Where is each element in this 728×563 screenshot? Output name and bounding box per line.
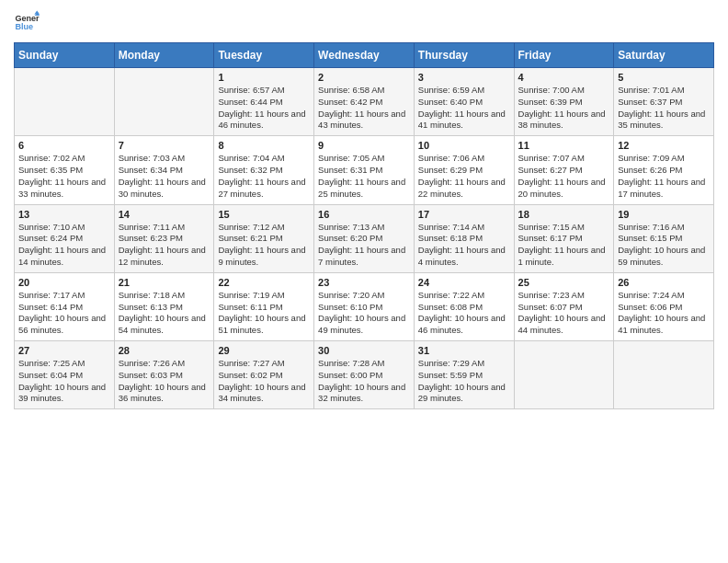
calendar-cell: 27Sunrise: 7:25 AMSunset: 6:04 PMDayligh… <box>15 341 115 409</box>
calendar-header-saturday: Saturday <box>614 43 714 68</box>
calendar-cell: 26Sunrise: 7:24 AMSunset: 6:06 PMDayligh… <box>614 272 714 340</box>
day-number: 15 <box>218 209 310 220</box>
day-info: Sunrise: 7:26 AMSunset: 6:03 PMDaylight:… <box>119 358 210 405</box>
day-info: Sunrise: 7:15 AMSunset: 6:17 PMDaylight:… <box>518 222 610 269</box>
day-info: Sunrise: 7:20 AMSunset: 6:10 PMDaylight:… <box>318 290 410 337</box>
day-info: Sunrise: 7:01 AMSunset: 6:37 PMDaylight:… <box>618 85 710 132</box>
calendar-cell <box>114 68 214 136</box>
calendar-cell: 18Sunrise: 7:15 AMSunset: 6:17 PMDayligh… <box>514 204 614 272</box>
day-number: 6 <box>18 140 110 151</box>
calendar-header-thursday: Thursday <box>414 43 514 68</box>
day-number: 14 <box>119 209 210 220</box>
day-number: 13 <box>18 209 110 220</box>
day-info: Sunrise: 7:25 AMSunset: 6:04 PMDaylight:… <box>18 358 110 405</box>
calendar-cell: 7Sunrise: 7:03 AMSunset: 6:34 PMDaylight… <box>114 136 214 204</box>
day-number: 27 <box>18 345 110 356</box>
day-number: 12 <box>618 140 710 151</box>
calendar-cell: 10Sunrise: 7:06 AMSunset: 6:29 PMDayligh… <box>414 136 514 204</box>
header: General Blue <box>14 9 714 35</box>
day-number: 8 <box>218 140 310 151</box>
day-info: Sunrise: 7:02 AMSunset: 6:35 PMDaylight:… <box>18 153 110 200</box>
day-number: 30 <box>318 345 410 356</box>
calendar-cell: 23Sunrise: 7:20 AMSunset: 6:10 PMDayligh… <box>314 272 415 340</box>
day-number: 9 <box>318 140 410 151</box>
day-number: 28 <box>119 345 210 356</box>
calendar-body: 1Sunrise: 6:57 AMSunset: 6:44 PMDaylight… <box>15 68 714 409</box>
calendar-cell: 3Sunrise: 6:59 AMSunset: 6:40 PMDaylight… <box>414 68 514 136</box>
day-number: 16 <box>318 209 410 220</box>
day-info: Sunrise: 7:28 AMSunset: 6:00 PMDaylight:… <box>318 358 410 405</box>
day-info: Sunrise: 7:13 AMSunset: 6:20 PMDaylight:… <box>318 222 410 269</box>
calendar-cell: 22Sunrise: 7:19 AMSunset: 6:11 PMDayligh… <box>214 272 314 340</box>
day-info: Sunrise: 7:14 AMSunset: 6:18 PMDaylight:… <box>418 222 510 269</box>
calendar-cell: 6Sunrise: 7:02 AMSunset: 6:35 PMDaylight… <box>15 136 115 204</box>
day-number: 18 <box>518 209 610 220</box>
calendar-cell: 2Sunrise: 6:58 AMSunset: 6:42 PMDaylight… <box>314 68 415 136</box>
calendar-cell: 1Sunrise: 6:57 AMSunset: 6:44 PMDaylight… <box>214 68 314 136</box>
day-info: Sunrise: 7:10 AMSunset: 6:24 PMDaylight:… <box>18 222 110 269</box>
day-info: Sunrise: 7:22 AMSunset: 6:08 PMDaylight:… <box>418 290 510 337</box>
day-number: 19 <box>618 209 710 220</box>
calendar-week-1: 1Sunrise: 6:57 AMSunset: 6:44 PMDaylight… <box>15 68 714 136</box>
day-info: Sunrise: 7:05 AMSunset: 6:31 PMDaylight:… <box>318 153 410 200</box>
day-info: Sunrise: 7:23 AMSunset: 6:07 PMDaylight:… <box>518 290 610 337</box>
calendar-header-monday: Monday <box>114 43 214 68</box>
day-number: 25 <box>518 277 610 288</box>
calendar-cell: 25Sunrise: 7:23 AMSunset: 6:07 PMDayligh… <box>514 272 614 340</box>
calendar-cell: 5Sunrise: 7:01 AMSunset: 6:37 PMDaylight… <box>614 68 714 136</box>
calendar-week-3: 13Sunrise: 7:10 AMSunset: 6:24 PMDayligh… <box>15 204 714 272</box>
day-info: Sunrise: 7:07 AMSunset: 6:27 PMDaylight:… <box>518 153 610 200</box>
day-number: 3 <box>418 72 510 83</box>
day-info: Sunrise: 7:12 AMSunset: 6:21 PMDaylight:… <box>218 222 310 269</box>
day-info: Sunrise: 7:29 AMSunset: 5:59 PMDaylight:… <box>418 358 510 405</box>
calendar-cell: 12Sunrise: 7:09 AMSunset: 6:26 PMDayligh… <box>614 136 714 204</box>
calendar-cell: 24Sunrise: 7:22 AMSunset: 6:08 PMDayligh… <box>414 272 514 340</box>
day-info: Sunrise: 6:59 AMSunset: 6:40 PMDaylight:… <box>418 85 510 132</box>
day-info: Sunrise: 7:11 AMSunset: 6:23 PMDaylight:… <box>119 222 210 269</box>
calendar-header-tuesday: Tuesday <box>214 43 314 68</box>
calendar-cell: 21Sunrise: 7:18 AMSunset: 6:13 PMDayligh… <box>114 272 214 340</box>
svg-text:Blue: Blue <box>15 22 33 31</box>
calendar-cell: 8Sunrise: 7:04 AMSunset: 6:32 PMDaylight… <box>214 136 314 204</box>
day-info: Sunrise: 7:16 AMSunset: 6:15 PMDaylight:… <box>618 222 710 269</box>
day-number: 1 <box>218 72 310 83</box>
day-number: 24 <box>418 277 510 288</box>
calendar-cell <box>15 68 115 136</box>
day-info: Sunrise: 6:57 AMSunset: 6:44 PMDaylight:… <box>218 85 310 132</box>
day-number: 29 <box>218 345 310 356</box>
day-info: Sunrise: 7:03 AMSunset: 6:34 PMDaylight:… <box>119 153 210 200</box>
calendar-cell: 31Sunrise: 7:29 AMSunset: 5:59 PMDayligh… <box>414 341 514 409</box>
calendar-cell: 14Sunrise: 7:11 AMSunset: 6:23 PMDayligh… <box>114 204 214 272</box>
calendar-week-4: 20Sunrise: 7:17 AMSunset: 6:14 PMDayligh… <box>15 272 714 340</box>
day-number: 31 <box>418 345 510 356</box>
calendar-week-2: 6Sunrise: 7:02 AMSunset: 6:35 PMDaylight… <box>15 136 714 204</box>
calendar-cell: 19Sunrise: 7:16 AMSunset: 6:15 PMDayligh… <box>614 204 714 272</box>
day-number: 26 <box>618 277 710 288</box>
calendar-header-wednesday: Wednesday <box>314 43 415 68</box>
day-number: 4 <box>518 72 610 83</box>
day-number: 22 <box>218 277 310 288</box>
calendar-week-5: 27Sunrise: 7:25 AMSunset: 6:04 PMDayligh… <box>15 341 714 409</box>
calendar-cell <box>614 341 714 409</box>
calendar-cell: 13Sunrise: 7:10 AMSunset: 6:24 PMDayligh… <box>15 204 115 272</box>
day-number: 23 <box>318 277 410 288</box>
logo: General Blue <box>14 9 41 35</box>
day-info: Sunrise: 7:09 AMSunset: 6:26 PMDaylight:… <box>618 153 710 200</box>
day-info: Sunrise: 7:04 AMSunset: 6:32 PMDaylight:… <box>218 153 310 200</box>
day-number: 10 <box>418 140 510 151</box>
day-number: 11 <box>518 140 610 151</box>
day-number: 5 <box>618 72 710 83</box>
day-info: Sunrise: 7:18 AMSunset: 6:13 PMDaylight:… <box>119 290 210 337</box>
day-number: 21 <box>119 277 210 288</box>
day-info: Sunrise: 7:24 AMSunset: 6:06 PMDaylight:… <box>618 290 710 337</box>
day-info: Sunrise: 7:06 AMSunset: 6:29 PMDaylight:… <box>418 153 510 200</box>
day-info: Sunrise: 6:58 AMSunset: 6:42 PMDaylight:… <box>318 85 410 132</box>
calendar-table: SundayMondayTuesdayWednesdayThursdayFrid… <box>14 42 714 409</box>
day-number: 17 <box>418 209 510 220</box>
day-info: Sunrise: 7:17 AMSunset: 6:14 PMDaylight:… <box>18 290 110 337</box>
calendar-header-row: SundayMondayTuesdayWednesdayThursdayFrid… <box>15 43 714 68</box>
logo-icon: General Blue <box>14 9 40 35</box>
day-number: 7 <box>119 140 210 151</box>
calendar-cell: 28Sunrise: 7:26 AMSunset: 6:03 PMDayligh… <box>114 341 214 409</box>
calendar-cell: 11Sunrise: 7:07 AMSunset: 6:27 PMDayligh… <box>514 136 614 204</box>
